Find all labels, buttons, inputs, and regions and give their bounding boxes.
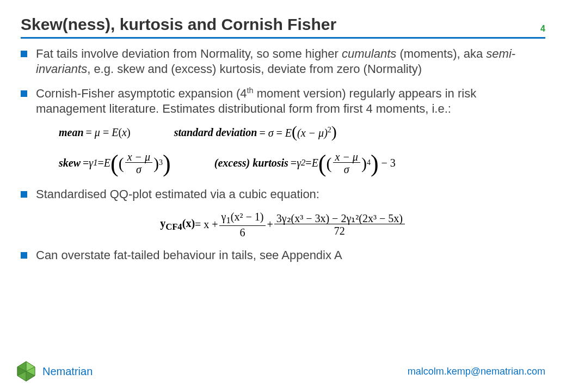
bullet-2: Cornish-Fisher asymptotic expansion (4th…: [21, 86, 545, 116]
eq-cf-eq: = x +: [195, 218, 218, 231]
bullet-2-text-a: Cornish-Fisher asymptotic expansion (4: [36, 87, 247, 100]
slide: Skew(ness), kurtosis and Cornish Fisher …: [0, 0, 566, 392]
eq-mean-label: mean: [59, 126, 84, 139]
bullet-3-text: Standardised QQ-plot estimated via a cub…: [36, 187, 319, 201]
equation-skew: skew = γ1 = E ( ( x − μ σ )3 ): [59, 151, 171, 175]
bullet-1-text-a: Fat tails involve deviation from Normali…: [36, 47, 342, 60]
logo-icon: [15, 360, 37, 382]
equation-cf-wrap: yCF4(x) = x + γ1(x² − 1) 6 + 3γ₂(x³ − 3x…: [21, 211, 545, 238]
footer: Nematrian malcolm.kemp@nematrian.com: [15, 360, 545, 382]
bullet-1-text-b: (moments), aka: [396, 47, 486, 60]
footer-email: malcolm.kemp@nematrian.com: [408, 366, 545, 377]
equation-row-2: skew = γ1 = E ( ( x − μ σ )3 ) (excess) …: [59, 151, 545, 175]
eq-mean-body: = μ = E(x): [86, 126, 131, 139]
bullet-1-em-1: cumulants: [342, 47, 396, 60]
page-number: 4: [540, 24, 545, 34]
bullet-1: Fat tails involve deviation from Normali…: [21, 46, 545, 76]
page-title: Skew(ness), kurtosis and Cornish Fisher: [21, 15, 336, 34]
eq-cf-term2: 3γ₂(x³ − 3x) − 2γ₁²(2x³ − 5x) 72: [274, 213, 405, 236]
equation-row-1: mean = μ = E(x) standard deviation = σ =…: [59, 126, 545, 139]
bullet-4: Can overstate fat-tailed behaviour in ta…: [21, 248, 545, 263]
eq-sd-body: = σ = E((x − μ)2): [259, 126, 336, 139]
eq-skew-label: skew: [59, 157, 81, 169]
eq-kurt-body: = γ2 = E ( ( x − μ σ )4 ) − 3: [291, 151, 396, 175]
bullet-3: Standardised QQ-plot estimated via a cub…: [21, 187, 545, 202]
bullet-list: Fat tails involve deviation from Normali…: [21, 46, 545, 116]
equation-mean: mean = μ = E(x): [59, 126, 131, 139]
equation-cf: yCF4(x) = x + γ1(x² − 1) 6 + 3γ₂(x³ − 3x…: [160, 211, 406, 238]
eq-skew-body: = γ1 = E ( ( x − μ σ )3 ): [83, 151, 171, 175]
bullet-2-sup: th: [247, 86, 254, 95]
brand: Nematrian: [15, 360, 93, 382]
equation-sd: standard deviation = σ = E((x − μ)2): [174, 126, 337, 139]
eq-sd-label: standard deviation: [174, 126, 257, 139]
eq-cf-plus: +: [267, 218, 273, 231]
header: Skew(ness), kurtosis and Cornish Fisher …: [21, 15, 545, 34]
equation-kurtosis: (excess) kurtosis = γ2 = E ( ( x − μ σ )…: [214, 151, 396, 175]
eq-cf-lhs: yCF4(x): [160, 217, 195, 232]
bullet-list-2: Standardised QQ-plot estimated via a cub…: [21, 187, 545, 202]
bullet-1-text-c: , e.g. skew and (excess) kurtosis, devia…: [87, 62, 422, 76]
bullet-4-text: Can overstate fat-tailed behaviour in ta…: [36, 248, 342, 262]
eq-kurt-label: (excess) kurtosis: [214, 157, 288, 169]
bullet-list-3: Can overstate fat-tailed behaviour in ta…: [21, 248, 545, 263]
title-rule: [21, 37, 545, 39]
eq-cf-term1: γ1(x² − 1) 6: [219, 211, 266, 238]
brand-name: Nematrian: [42, 365, 93, 378]
equation-group-moments: mean = μ = E(x) standard deviation = σ =…: [59, 126, 545, 175]
